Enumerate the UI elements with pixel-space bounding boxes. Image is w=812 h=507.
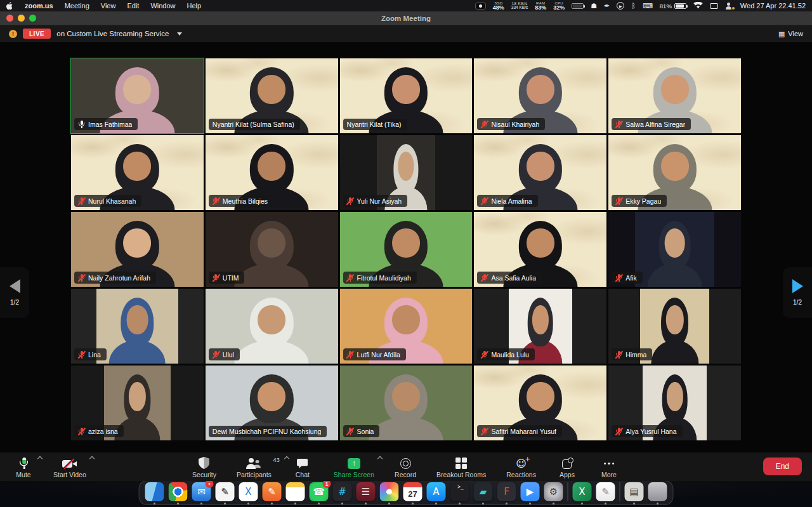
view-button[interactable]: ▦ View xyxy=(778,30,803,37)
figma-dock-icon[interactable]: F xyxy=(497,482,516,501)
network-speed-stat[interactable]: 18 KB/s 334 KB/s xyxy=(511,2,528,10)
participant-name: Niela Amalina xyxy=(491,197,532,205)
participant-tile[interactable]: Lina xyxy=(71,289,204,364)
more-button[interactable]: More xyxy=(598,456,620,478)
share-screen-button[interactable]: ↑ Share Screen xyxy=(334,456,374,478)
participant-tile[interactable]: Sonia xyxy=(340,365,473,440)
menubar-clock[interactable]: Wed 27 Apr 22.41.52 xyxy=(740,2,806,10)
participant-tile[interactable]: Salwa Alfina Siregar xyxy=(608,58,741,133)
menu-zoom-us[interactable]: zoom.us xyxy=(25,2,53,10)
menu-edit[interactable]: Edit xyxy=(127,2,139,10)
docker-whale-icon[interactable]: ☗ xyxy=(591,3,597,10)
display-mirroring-icon[interactable] xyxy=(710,3,718,9)
end-meeting-button[interactable]: End xyxy=(763,458,802,475)
record-button[interactable]: Record xyxy=(395,456,416,478)
menu-window[interactable]: Window xyxy=(150,2,175,10)
menu-help[interactable]: Help xyxy=(187,2,202,10)
start-video-button[interactable]: Start Video xyxy=(53,456,86,478)
chat-button[interactable]: Chat xyxy=(292,456,313,478)
slack-dock-icon[interactable]: # xyxy=(333,482,352,501)
next-page-button[interactable]: 1/2 xyxy=(783,267,812,318)
participant-tile[interactable]: Asa Safia Aulia xyxy=(474,212,606,287)
pen-dock-icon[interactable]: ✎ xyxy=(263,482,282,501)
participant-tile[interactable]: Naily Zahrotun Arifah xyxy=(71,212,204,287)
trash-dock-icon[interactable] xyxy=(648,482,667,501)
battery-icon xyxy=(674,3,686,9)
participant-tile[interactable]: Fitrotul Maulidiyah xyxy=(340,212,473,287)
participant-tile[interactable]: Nyantri Kilat (Tika) xyxy=(340,58,473,133)
participant-tile[interactable]: aziza isna xyxy=(71,365,204,440)
participant-tile[interactable]: Nisaul Khairiyah xyxy=(474,58,606,133)
participants-options-caret[interactable] xyxy=(284,456,289,461)
mic-status-icon xyxy=(615,197,622,205)
reactions-button[interactable]: ☺+ Reactions xyxy=(506,456,536,478)
play-status-icon[interactable]: ▶ xyxy=(617,2,624,10)
notes-dock-icon[interactable] xyxy=(286,482,305,501)
participants-button[interactable]: 43 Participants xyxy=(237,456,272,478)
share-options-caret[interactable] xyxy=(377,456,383,461)
breakout-rooms-button[interactable]: Breakout Rooms xyxy=(436,456,486,478)
participant-tile[interactable]: Afik xyxy=(608,212,741,287)
participant-tile[interactable]: Alya Yusrul Hana xyxy=(608,365,741,440)
calendar-dock-icon[interactable]: 27 xyxy=(403,482,422,501)
participant-name: Meuthia Bilqies xyxy=(223,197,268,205)
participant-tile[interactable]: Lutfi Nur Afdila xyxy=(340,289,473,364)
participant-tile[interactable]: Ulul xyxy=(206,289,338,364)
participant-tile[interactable]: Himma xyxy=(608,289,741,364)
photos-dock-icon[interactable] xyxy=(380,482,399,501)
vscode-dock-icon[interactable]: X xyxy=(239,482,258,501)
participant-tile[interactable]: UTIM xyxy=(206,212,338,287)
finder-dock-icon[interactable] xyxy=(145,482,164,501)
wifi-icon[interactable] xyxy=(693,2,703,10)
minimize-window-button[interactable] xyxy=(18,15,25,22)
apps-button[interactable]: Apps xyxy=(556,456,578,478)
files-dock-icon[interactable]: ▤ xyxy=(625,482,644,501)
participant-name: Imas Fathimaa xyxy=(88,121,132,128)
participant-tile[interactable]: Yuli Nur Asiyah xyxy=(340,135,473,210)
prev-page-button[interactable]: 1/2 xyxy=(0,267,29,318)
whatsapp-dock-icon[interactable]: ☎1 xyxy=(310,482,329,501)
ram-usage-stat[interactable]: RAM 83% xyxy=(535,1,546,11)
screen-record-icon[interactable] xyxy=(475,3,486,10)
participant-tile[interactable]: Safitri Maharani Yusuf xyxy=(474,365,606,440)
textedit-dock-icon[interactable]: ✎ xyxy=(596,482,615,501)
pen-utility-icon[interactable]: ✒ xyxy=(604,3,610,10)
settings-dock-icon[interactable]: ⚙ xyxy=(544,482,563,501)
menu-meeting[interactable]: Meeting xyxy=(65,2,89,10)
fast-user-switch-icon[interactable] xyxy=(725,3,733,10)
zoom-dock-icon[interactable]: ▶ xyxy=(521,482,540,501)
istat-battery-icon[interactable] xyxy=(572,3,584,9)
participant-tile[interactable]: Niela Amalina xyxy=(474,135,606,210)
appstore-dock-icon[interactable]: A xyxy=(427,482,446,501)
keyboard-icon[interactable]: ⌨ xyxy=(643,3,653,10)
participant-tile[interactable]: Nurul Khasanah xyxy=(71,135,204,210)
terminal-dock-icon[interactable]: >_ xyxy=(450,482,469,501)
database-dock-icon[interactable]: ☰ xyxy=(357,482,376,501)
battery-status[interactable]: 81% xyxy=(660,3,686,10)
chrome-dock-icon[interactable] xyxy=(169,482,188,501)
paste-dock-icon[interactable]: ▰ xyxy=(474,482,493,501)
excel-dock-icon[interactable]: X xyxy=(573,482,592,501)
mute-button[interactable]: Mute xyxy=(13,456,34,478)
participant-tile[interactable]: Imas Fathimaa xyxy=(71,58,204,133)
security-button[interactable]: Security xyxy=(192,456,216,478)
mail-dock-icon[interactable]: ✉• xyxy=(192,482,211,501)
close-window-button[interactable] xyxy=(6,15,13,22)
participant-tile[interactable]: Meuthia Bilqies xyxy=(206,135,338,210)
participant-tile[interactable]: Dewi Musbichah PCIFNU Kaohsiung xyxy=(206,365,338,440)
participant-tile[interactable]: Nyantri Kilat (Sulma Safina) xyxy=(206,58,338,133)
cpu-usage-stat[interactable]: CPU 32% xyxy=(553,1,565,11)
zoom-window-button[interactable] xyxy=(29,15,36,22)
stream-options-caret[interactable] xyxy=(177,32,182,36)
participant-tile[interactable]: Maulida Lulu xyxy=(474,289,606,364)
apple-menu-icon[interactable] xyxy=(6,2,13,10)
menu-view[interactable]: View xyxy=(101,2,116,10)
ssd-usage-stat[interactable]: SSD 48% xyxy=(493,1,504,11)
mute-options-caret[interactable] xyxy=(37,456,43,461)
bluetooth-icon[interactable]: ᛒ xyxy=(631,3,636,10)
share-screen-label: Share Screen xyxy=(334,471,374,478)
sketch-dock-icon[interactable]: ✎ xyxy=(216,482,235,501)
participant-tile[interactable]: Ekky Pagau xyxy=(608,135,741,210)
video-options-caret[interactable] xyxy=(89,456,95,461)
participant-name: Nisaul Khairiyah xyxy=(491,121,539,128)
